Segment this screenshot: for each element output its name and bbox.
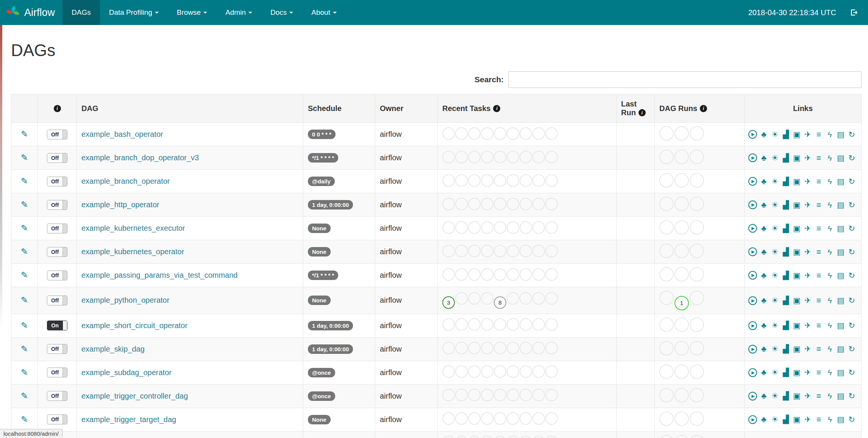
edit-dag-icon[interactable]: ✎: [21, 200, 28, 210]
tree-view-icon[interactable]: ♣: [760, 153, 768, 163]
nav-item-docs[interactable]: Docs: [261, 0, 302, 25]
edit-dag-icon[interactable]: ✎: [21, 176, 28, 186]
landing-times-icon[interactable]: ✈: [804, 296, 812, 305]
logs-icon[interactable]: ▤: [837, 391, 845, 400]
graph-view-icon[interactable]: ☀: [771, 415, 779, 424]
gantt-icon[interactable]: ≡: [815, 415, 823, 424]
refresh-icon[interactable]: ↻: [848, 368, 856, 377]
graph-view-icon[interactable]: ☀: [771, 177, 779, 186]
gantt-icon[interactable]: ≡: [815, 296, 823, 305]
logs-icon[interactable]: ▤: [837, 177, 845, 186]
task-tries-icon[interactable]: ▣: [793, 224, 801, 233]
gantt-icon[interactable]: ≡: [815, 368, 823, 377]
landing-times-icon[interactable]: ✈: [804, 247, 812, 257]
code-icon[interactable]: ϟ: [826, 271, 834, 280]
code-icon[interactable]: ϟ: [826, 321, 834, 330]
dag-pause-toggle[interactable]: Off: [47, 344, 67, 354]
trigger-dag-icon[interactable]: ▶: [748, 224, 757, 233]
dag-link[interactable]: example_bash_operator: [81, 130, 163, 138]
nav-item-browse[interactable]: Browse: [168, 0, 216, 25]
tree-view-icon[interactable]: ♣: [760, 224, 768, 233]
dag-link[interactable]: example_trigger_target_dag: [81, 415, 176, 424]
task-tries-icon[interactable]: ▣: [793, 391, 801, 400]
logs-icon[interactable]: ▤: [837, 344, 845, 354]
task-state-circle[interactable]: 3: [442, 296, 455, 309]
dag-link[interactable]: example_python_operator: [81, 296, 169, 304]
task-tries-icon[interactable]: ▣: [793, 153, 801, 163]
landing-times-icon[interactable]: ✈: [804, 130, 812, 139]
logs-icon[interactable]: ▤: [837, 224, 845, 233]
graph-view-icon[interactable]: ☀: [771, 271, 779, 280]
task-tries-icon[interactable]: ▣: [793, 321, 801, 330]
nav-item-admin[interactable]: Admin: [216, 0, 261, 25]
edit-dag-icon[interactable]: ✎: [21, 153, 28, 163]
landing-times-icon[interactable]: ✈: [804, 391, 812, 400]
gantt-icon[interactable]: ≡: [815, 271, 823, 280]
header-schedule[interactable]: Schedule: [303, 94, 375, 123]
dag-pause-toggle[interactable]: Off: [47, 200, 67, 210]
task-duration-icon[interactable]: ▟: [782, 321, 790, 330]
refresh-icon[interactable]: ↻: [848, 177, 856, 186]
trigger-dag-icon[interactable]: ▶: [748, 415, 757, 424]
trigger-dag-icon[interactable]: ▶: [748, 345, 757, 354]
trigger-dag-icon[interactable]: ▶: [748, 296, 757, 305]
task-tries-icon[interactable]: ▣: [793, 200, 801, 210]
dag-link[interactable]: example_kubernetes_operator: [81, 247, 184, 256]
graph-view-icon[interactable]: ☀: [771, 200, 779, 210]
trigger-dag-icon[interactable]: ▶: [748, 321, 757, 330]
task-duration-icon[interactable]: ▟: [782, 200, 790, 210]
task-state-circle[interactable]: 8: [494, 296, 506, 309]
gantt-icon[interactable]: ≡: [815, 247, 823, 257]
task-duration-icon[interactable]: ▟: [782, 271, 790, 280]
edit-dag-icon[interactable]: ✎: [21, 391, 28, 401]
dag-pause-toggle[interactable]: Off: [47, 391, 67, 401]
code-icon[interactable]: ϟ: [826, 296, 834, 305]
landing-times-icon[interactable]: ✈: [804, 177, 812, 186]
logout-icon[interactable]: [850, 8, 858, 17]
tree-view-icon[interactable]: ♣: [760, 391, 768, 400]
landing-times-icon[interactable]: ✈: [804, 200, 812, 210]
graph-view-icon[interactable]: ☀: [771, 321, 779, 330]
task-tries-icon[interactable]: ▣: [793, 130, 801, 139]
task-tries-icon[interactable]: ▣: [793, 296, 801, 305]
brand[interactable]: Airflow: [0, 0, 62, 25]
gantt-icon[interactable]: ≡: [815, 344, 823, 354]
nav-item-about[interactable]: About: [302, 0, 346, 25]
tree-view-icon[interactable]: ♣: [760, 415, 768, 424]
dag-link[interactable]: example_http_operator: [81, 200, 159, 209]
refresh-icon[interactable]: ↻: [848, 130, 856, 139]
graph-view-icon[interactable]: ☀: [771, 296, 779, 305]
task-tries-icon[interactable]: ▣: [793, 247, 801, 257]
landing-times-icon[interactable]: ✈: [804, 415, 812, 424]
dag-run-circle[interactable]: 1: [674, 296, 689, 310]
code-icon[interactable]: ϟ: [826, 130, 834, 139]
header-recent-tasks[interactable]: Recent Tasksi: [438, 94, 617, 123]
gantt-icon[interactable]: ≡: [815, 321, 823, 330]
tree-view-icon[interactable]: ♣: [760, 296, 768, 305]
edit-dag-icon[interactable]: ✎: [21, 368, 28, 377]
header-last-run[interactable]: Last Runi: [617, 94, 655, 123]
trigger-dag-icon[interactable]: ▶: [748, 368, 757, 377]
edit-dag-icon[interactable]: ✎: [21, 321, 28, 330]
dag-link[interactable]: example_kubernetes_executor: [81, 224, 185, 232]
refresh-icon[interactable]: ↻: [848, 391, 856, 400]
dag-link[interactable]: example_branch_dop_operator_v3: [81, 153, 199, 162]
task-tries-icon[interactable]: ▣: [793, 344, 801, 354]
trigger-dag-icon[interactable]: ▶: [748, 153, 757, 162]
tree-view-icon[interactable]: ♣: [760, 177, 768, 186]
refresh-icon[interactable]: ↻: [848, 153, 856, 163]
trigger-dag-icon[interactable]: ▶: [748, 130, 757, 139]
landing-times-icon[interactable]: ✈: [804, 321, 812, 330]
graph-view-icon[interactable]: ☀: [771, 368, 779, 377]
code-icon[interactable]: ϟ: [826, 224, 834, 233]
task-tries-icon[interactable]: ▣: [793, 415, 801, 424]
nav-item-data-profiling[interactable]: Data Profiling: [100, 0, 168, 25]
code-icon[interactable]: ϟ: [826, 247, 834, 257]
logs-icon[interactable]: ▤: [837, 271, 845, 280]
landing-times-icon[interactable]: ✈: [804, 153, 812, 163]
task-duration-icon[interactable]: ▟: [782, 368, 790, 377]
task-duration-icon[interactable]: ▟: [782, 224, 790, 233]
refresh-icon[interactable]: ↻: [848, 321, 856, 330]
code-icon[interactable]: ϟ: [826, 368, 834, 377]
landing-times-icon[interactable]: ✈: [804, 271, 812, 280]
